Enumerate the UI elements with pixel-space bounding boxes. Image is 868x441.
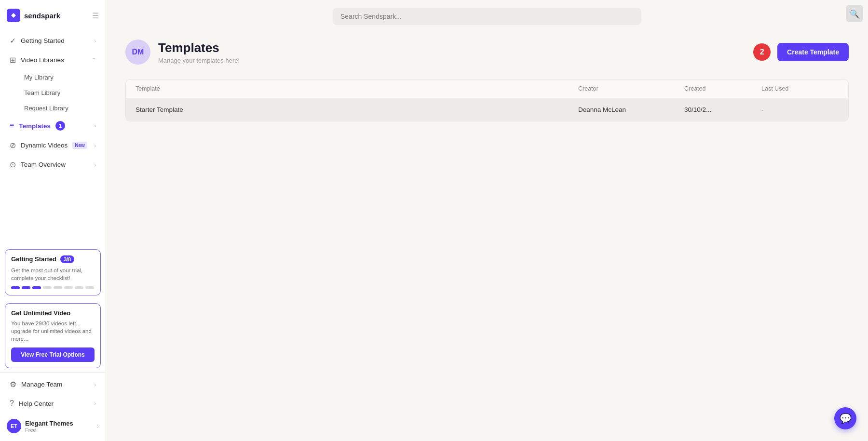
support-chat-button[interactable]: 💬 [834,407,856,429]
gs-card-title: Getting Started [11,255,56,263]
progress-dot-8 [85,286,94,289]
logo: sendspark [7,9,60,22]
gs-description: Get the most out of your trial, complete… [11,267,95,282]
progress-dot-7 [75,286,83,289]
sidebar-header: sendspark ☰ [0,0,106,29]
sidebar-item-team-library[interactable]: Team Library [3,85,103,100]
upgrade-description: You have 29/30 videos left... upgrade fo… [11,320,95,343]
sidebar-item-dynamic-videos[interactable]: ⊘ Dynamic Videos New › [3,136,103,155]
sidebar-item-team-overview[interactable]: ⊙ Team Overview › [3,155,103,174]
getting-started-card: Getting Started 3/8 Get the most out of … [5,249,101,295]
video-libraries-label: Video Libraries [21,56,64,64]
chevron-right-icon: › [94,38,96,44]
team-library-label: Team Library [24,89,60,96]
page-avatar: DM [125,40,150,65]
dynamic-videos-label: Dynamic Videos [21,142,68,149]
user-profile[interactable]: ET Elegant Themes Free › [0,413,106,439]
col-header-creator: Creator [578,85,684,92]
sidebar-bottom: ⚙ Manage Team › ? Help Center › ET Elega… [0,372,106,441]
help-center-label: Help Center [19,400,54,407]
manage-team-label: Manage Team [21,381,62,388]
cell-creator: Deanna McLean [578,106,684,113]
sidebar: sendspark ☰ ✓ Getting Started › ⊞ Video … [0,0,106,441]
step-badge: 2 [753,43,771,61]
progress-dot-2 [22,286,30,289]
team-overview-icon: ⊙ [10,160,16,169]
templates-label: Templates [19,122,51,130]
col-header-created: Created [684,85,761,92]
chevron-right-icon-templates: › [94,123,96,129]
templates-table: Template Creator Created Last Used Start… [125,79,849,121]
table-row[interactable]: Starter Template Deanna McLean 30/10/2..… [126,98,848,121]
page-subtitle: Manage your templates here! [158,57,240,64]
dynamic-videos-icon: ⊘ [10,141,16,150]
chevron-right-icon-team: › [94,162,96,168]
team-overview-label: Team Overview [21,161,66,168]
my-library-label: My Library [24,74,54,81]
top-right-search-button[interactable]: 🔍 [846,5,863,22]
page-title: Templates [158,40,240,55]
sidebar-item-manage-team[interactable]: ⚙ Manage Team › [3,375,103,394]
video-libraries-icon: ⊞ [10,55,16,65]
upgrade-title: Get Unlimited Video [11,309,95,317]
topbar [106,0,868,30]
sidebar-item-request-library[interactable]: Request Library [3,101,103,116]
chat-icon: 💬 [840,413,852,424]
search-icon: 🔍 [850,9,859,18]
video-libraries-subnav: My Library Team Library Request Library [0,70,106,116]
progress-dot-1 [11,286,20,289]
search-input[interactable] [333,8,641,25]
gs-progress-badge: 3/8 [60,255,74,263]
main-content: DM Templates Manage your templates here!… [106,0,868,441]
help-center-icon: ? [10,399,14,408]
collapse-button[interactable]: ☰ [92,11,99,20]
create-template-button[interactable]: Create Template [777,43,849,61]
col-header-last-used: Last Used [761,85,839,92]
sidebar-item-getting-started[interactable]: ✓ Getting Started › [3,31,103,50]
page-content: DM Templates Manage your templates here!… [106,30,868,441]
chevron-right-user: › [97,423,99,429]
sidebar-item-help-center[interactable]: ? Help Center › [3,394,103,413]
chevron-right-help: › [94,401,96,406]
getting-started-icon: ✓ [10,36,16,45]
page-header: DM Templates Manage your templates here!… [125,40,849,65]
progress-dot-5 [54,286,62,289]
svg-point-0 [12,14,15,17]
manage-team-icon: ⚙ [10,380,16,389]
sidebar-item-my-library[interactable]: My Library [3,70,103,85]
new-badge: New [72,142,87,149]
progress-dot-4 [43,286,52,289]
sidebar-item-video-libraries[interactable]: ⊞ Video Libraries ⌃ [3,51,103,69]
user-plan: Free [25,427,73,433]
user-name: Elegant Themes [25,420,73,427]
sidebar-nav: ✓ Getting Started › ⊞ Video Libraries ⌃ … [0,29,106,245]
getting-started-label: Getting Started [21,37,65,44]
progress-dot-6 [64,286,73,289]
chevron-right-manage: › [94,382,96,388]
cell-template-name: Starter Template [136,106,578,113]
request-library-label: Request Library [24,105,68,112]
user-avatar: ET [7,419,21,433]
chevron-right-icon-dynamic: › [94,143,96,148]
logo-text: sendspark [24,12,60,20]
chevron-down-icon: ⌃ [92,57,96,63]
table-header: Template Creator Created Last Used [126,80,848,98]
upgrade-card: Get Unlimited Video You have 29/30 video… [5,303,101,368]
cell-created: 30/10/2... [684,106,761,113]
logo-icon [7,9,20,22]
progress-dot-3 [32,286,41,289]
templates-badge: 1 [55,121,65,131]
templates-icon: ≡ [10,121,14,130]
cell-last-used: - [761,106,839,113]
sidebar-item-templates[interactable]: ≡ Templates 1 › [3,116,103,135]
view-free-trial-button[interactable]: View Free Trial Options [11,347,95,362]
progress-dots [11,286,95,289]
col-header-template: Template [136,85,578,92]
